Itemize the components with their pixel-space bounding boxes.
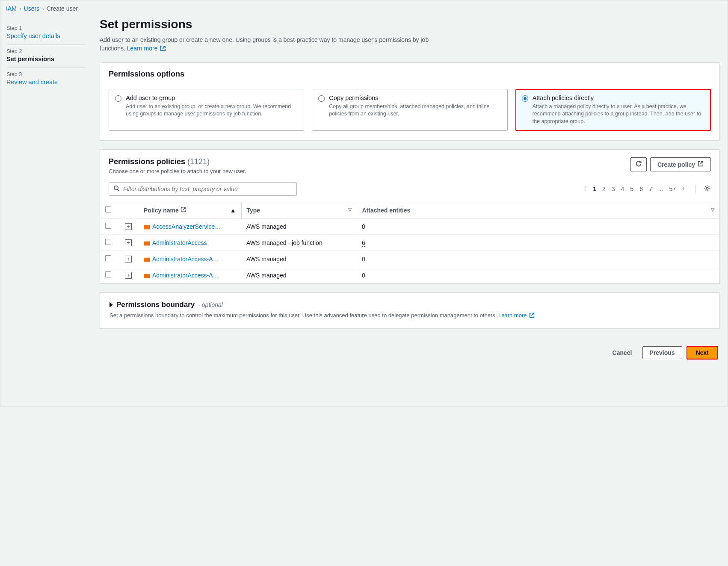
step-label: Step 3	[6, 71, 86, 77]
policy-type: AWS managed	[241, 267, 357, 283]
external-link-icon	[181, 207, 186, 214]
permissions-boundary-panel: Permissions boundary - optional Set a pe…	[100, 292, 720, 329]
breadcrumb-users[interactable]: Users	[24, 5, 40, 12]
settings-button[interactable]	[704, 185, 711, 193]
caret-right-icon	[109, 302, 113, 307]
policy-entities: 0	[357, 218, 719, 235]
radio-icon	[318, 95, 325, 102]
permissions-options-panel: Permissions options Add user to group Ad…	[100, 62, 720, 141]
breadcrumb-current: Create user	[47, 5, 78, 12]
expand-row-button[interactable]: +	[125, 239, 132, 246]
row-checkbox[interactable]	[105, 239, 111, 245]
chevron-right-icon: ›	[42, 5, 44, 12]
policy-type: AWS managed - job function	[241, 235, 357, 251]
tile-title: Copy permissions	[329, 94, 501, 101]
page-number[interactable]: 1	[593, 186, 596, 192]
step-label: Step 2	[6, 48, 86, 54]
external-link-icon	[160, 45, 166, 53]
svg-point-0	[114, 186, 118, 190]
policy-type: AWS managed	[241, 251, 357, 267]
step-label: Step 1	[6, 25, 86, 31]
tile-copy-permissions[interactable]: Copy permissions Copy all group membersh…	[312, 89, 507, 131]
row-checkbox[interactable]	[105, 255, 111, 261]
boundary-toggle[interactable]: Permissions boundary - optional	[109, 301, 710, 309]
tile-desc: Add user to an existing group, or create…	[126, 103, 298, 118]
cancel-button[interactable]: Cancel	[607, 347, 638, 359]
tile-add-user-to-group[interactable]: Add user to group Add user to an existin…	[109, 89, 304, 131]
policy-entities: 6	[357, 235, 719, 251]
policies-count: (1121)	[187, 157, 210, 166]
learn-more-link[interactable]: Learn more	[498, 312, 535, 318]
tile-attach-policies-directly[interactable]: Attach policies directly Attach a manage…	[515, 89, 711, 131]
chevron-right-icon: ›	[19, 5, 21, 12]
expand-row-button[interactable]: +	[125, 256, 132, 262]
permissions-policies-panel: Permissions policies (1121) Choose one o…	[100, 149, 720, 284]
policy-name-link[interactable]: AccessAnalyzerService…	[152, 223, 221, 230]
page-number[interactable]: 2	[602, 186, 606, 192]
boundary-optional: - optional	[198, 301, 223, 308]
page-number[interactable]: 5	[630, 186, 633, 192]
page-ellipsis: ...	[658, 186, 663, 192]
page-next[interactable]: 〉	[682, 185, 688, 193]
table-row: + AdministratorAccess-A… AWS managed 0	[100, 267, 719, 283]
page-number[interactable]: 6	[639, 186, 643, 192]
learn-more-link[interactable]: Learn more	[127, 45, 166, 52]
panel-subtext: Choose one or more policies to attach to…	[109, 168, 246, 174]
breadcrumb: IAM › Users › Create user	[6, 5, 78, 12]
expand-row-button[interactable]: +	[125, 272, 132, 279]
panel-heading: Permissions policies (1121)	[109, 157, 210, 166]
page-number[interactable]: 57	[669, 186, 676, 192]
select-all-checkbox[interactable]	[105, 206, 111, 212]
panel-heading: Permissions options	[100, 63, 719, 82]
wizard-steps: Step 1 Specify user details Step 2 Set p…	[0, 0, 92, 407]
policies-table: Policy name ▲ Type ▽ Att	[100, 202, 719, 283]
tile-desc: Attach a managed policy directly to a us…	[533, 103, 704, 126]
policy-icon	[144, 224, 150, 230]
filter-input[interactable]	[123, 186, 292, 192]
table-row: + AdministratorAccess-A… AWS managed 0	[100, 251, 719, 267]
policy-entities: 0	[357, 251, 719, 267]
policy-icon	[144, 272, 150, 278]
page-number[interactable]: 4	[621, 186, 624, 192]
external-link-icon	[698, 161, 704, 168]
filter-input-wrap[interactable]	[109, 182, 297, 196]
table-row: + AdministratorAccess AWS managed - job …	[100, 235, 719, 251]
tile-title: Add user to group	[126, 94, 298, 101]
expand-row-button[interactable]: +	[125, 223, 132, 230]
page-prev[interactable]: 〈	[581, 185, 587, 193]
radio-icon	[115, 95, 121, 102]
table-row: + AccessAnalyzerService… AWS managed 0	[100, 218, 719, 235]
col-policy-name[interactable]: Policy name	[144, 207, 186, 214]
page-title: Set permissions	[100, 18, 720, 31]
wizard-footer: Cancel Previous Next	[100, 337, 720, 361]
boundary-desc: Set a permissions boundary to control th…	[109, 312, 710, 321]
policy-name-link[interactable]: AdministratorAccess-A…	[152, 256, 219, 262]
breadcrumb-iam[interactable]: IAM	[6, 5, 17, 12]
tile-desc: Copy all group memberships, attached man…	[329, 103, 501, 118]
col-attached-entities[interactable]: Attached entities	[362, 207, 411, 214]
create-policy-button[interactable]: Create policy	[650, 157, 711, 171]
search-icon	[113, 185, 120, 193]
previous-button[interactable]: Previous	[642, 346, 682, 359]
external-link-icon	[529, 312, 535, 321]
page-description: Add user to an existing group or create …	[100, 35, 455, 54]
refresh-icon	[635, 160, 642, 168]
page-number[interactable]: 3	[612, 186, 615, 192]
refresh-button[interactable]	[630, 157, 647, 171]
sort-asc-icon[interactable]: ▲	[230, 207, 236, 214]
policy-icon	[144, 256, 150, 262]
policy-type: AWS managed	[241, 218, 357, 235]
filter-dropdown-icon[interactable]: ▽	[348, 207, 352, 212]
page-number[interactable]: 7	[649, 186, 652, 192]
policy-entities: 0	[357, 267, 719, 283]
step-review-create[interactable]: Review and create	[6, 79, 58, 85]
tile-title: Attach policies directly	[533, 94, 704, 101]
row-checkbox[interactable]	[105, 271, 111, 277]
next-button[interactable]: Next	[687, 346, 718, 360]
row-checkbox[interactable]	[105, 223, 111, 229]
filter-dropdown-icon[interactable]: ▽	[711, 207, 714, 212]
policy-name-link[interactable]: AdministratorAccess-A…	[152, 272, 219, 279]
col-type[interactable]: Type	[247, 207, 260, 214]
step-specify-user-details[interactable]: Specify user details	[6, 32, 60, 39]
policy-name-link[interactable]: AdministratorAccess	[152, 239, 207, 246]
